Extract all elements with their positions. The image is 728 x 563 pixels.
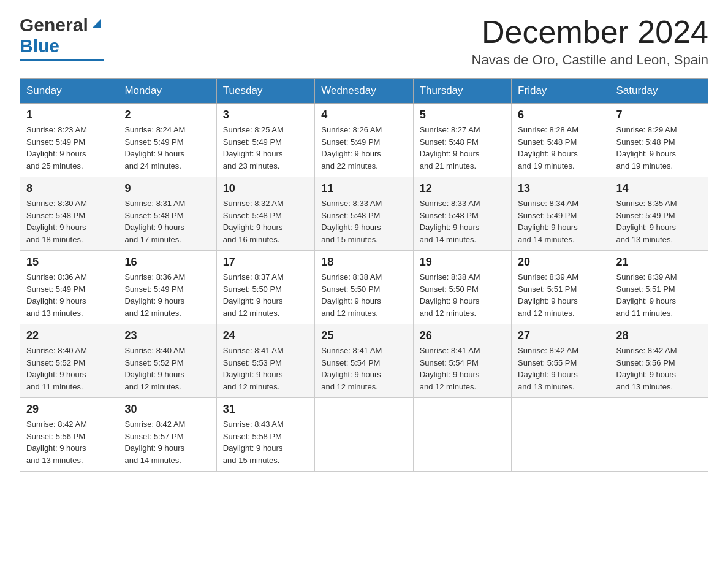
logo-general-text: General <box>20 15 88 36</box>
day-number: 1 <box>26 109 112 121</box>
day-info: Sunrise: 8:41 AM Sunset: 5:53 PM Dayligh… <box>223 345 308 393</box>
logo-triangle-icon <box>90 17 104 33</box>
day-info: Sunrise: 8:23 AM Sunset: 5:49 PM Dayligh… <box>26 124 112 172</box>
calendar-week-row: 29 Sunrise: 8:42 AM Sunset: 5:56 PM Dayl… <box>20 398 708 472</box>
day-info: Sunrise: 8:30 AM Sunset: 5:48 PM Dayligh… <box>26 197 112 245</box>
table-row: 16 Sunrise: 8:36 AM Sunset: 5:49 PM Dayl… <box>118 251 216 324</box>
day-info: Sunrise: 8:33 AM Sunset: 5:48 PM Dayligh… <box>420 197 505 245</box>
day-number: 5 <box>420 109 505 121</box>
table-row: 31 Sunrise: 8:43 AM Sunset: 5:58 PM Dayl… <box>216 398 314 472</box>
page-header: General Blue December 2024 Navas de Oro,… <box>20 15 708 68</box>
table-row: 20 Sunrise: 8:39 AM Sunset: 5:51 PM Dayl… <box>512 251 610 324</box>
table-row: 6 Sunrise: 8:28 AM Sunset: 5:48 PM Dayli… <box>512 104 610 177</box>
table-row: 26 Sunrise: 8:41 AM Sunset: 5:54 PM Dayl… <box>413 324 511 398</box>
day-number: 9 <box>124 182 210 195</box>
day-info: Sunrise: 8:25 AM Sunset: 5:49 PM Dayligh… <box>223 124 308 172</box>
day-number: 28 <box>616 329 702 342</box>
header-friday: Friday <box>512 79 610 104</box>
day-info: Sunrise: 8:24 AM Sunset: 5:49 PM Dayligh… <box>124 124 210 172</box>
day-number: 25 <box>321 329 406 342</box>
month-title: December 2024 <box>472 15 708 50</box>
day-number: 26 <box>420 329 505 342</box>
day-info: Sunrise: 8:39 AM Sunset: 5:51 PM Dayligh… <box>616 271 702 319</box>
table-row: 5 Sunrise: 8:27 AM Sunset: 5:48 PM Dayli… <box>413 104 511 177</box>
table-row: 9 Sunrise: 8:31 AM Sunset: 5:48 PM Dayli… <box>118 177 216 251</box>
table-row: 30 Sunrise: 8:42 AM Sunset: 5:57 PM Dayl… <box>118 398 216 472</box>
header-wednesday: Wednesday <box>315 79 413 104</box>
day-info: Sunrise: 8:34 AM Sunset: 5:49 PM Dayligh… <box>518 197 603 245</box>
logo: General Blue <box>20 15 104 61</box>
day-info: Sunrise: 8:35 AM Sunset: 5:49 PM Dayligh… <box>616 197 702 245</box>
table-row <box>315 398 413 472</box>
day-info: Sunrise: 8:37 AM Sunset: 5:50 PM Dayligh… <box>223 271 308 319</box>
day-number: 2 <box>124 109 210 121</box>
calendar-week-row: 15 Sunrise: 8:36 AM Sunset: 5:49 PM Dayl… <box>20 251 708 324</box>
table-row: 13 Sunrise: 8:34 AM Sunset: 5:49 PM Dayl… <box>512 177 610 251</box>
table-row: 17 Sunrise: 8:37 AM Sunset: 5:50 PM Dayl… <box>216 251 314 324</box>
table-row: 4 Sunrise: 8:26 AM Sunset: 5:49 PM Dayli… <box>315 104 413 177</box>
table-row: 29 Sunrise: 8:42 AM Sunset: 5:56 PM Dayl… <box>20 398 118 472</box>
location-title: Navas de Oro, Castille and Leon, Spain <box>472 52 708 68</box>
table-row: 21 Sunrise: 8:39 AM Sunset: 5:51 PM Dayl… <box>610 251 708 324</box>
header-sunday: Sunday <box>20 79 118 104</box>
title-block: December 2024 Navas de Oro, Castille and… <box>472 15 708 68</box>
calendar-week-row: 8 Sunrise: 8:30 AM Sunset: 5:48 PM Dayli… <box>20 177 708 251</box>
day-info: Sunrise: 8:28 AM Sunset: 5:48 PM Dayligh… <box>518 124 603 172</box>
day-number: 4 <box>321 109 406 121</box>
day-info: Sunrise: 8:32 AM Sunset: 5:48 PM Dayligh… <box>223 197 308 245</box>
day-info: Sunrise: 8:27 AM Sunset: 5:48 PM Dayligh… <box>420 124 505 172</box>
day-number: 20 <box>518 256 603 269</box>
day-number: 19 <box>420 256 505 269</box>
day-info: Sunrise: 8:42 AM Sunset: 5:55 PM Dayligh… <box>518 345 603 393</box>
day-number: 11 <box>321 182 406 195</box>
table-row <box>610 398 708 472</box>
day-number: 29 <box>26 403 112 416</box>
day-number: 3 <box>223 109 308 121</box>
day-number: 18 <box>321 256 406 269</box>
day-number: 31 <box>223 403 308 416</box>
day-info: Sunrise: 8:43 AM Sunset: 5:58 PM Dayligh… <box>223 418 308 466</box>
table-row: 15 Sunrise: 8:36 AM Sunset: 5:49 PM Dayl… <box>20 251 118 324</box>
day-number: 27 <box>518 329 603 342</box>
table-row: 24 Sunrise: 8:41 AM Sunset: 5:53 PM Dayl… <box>216 324 314 398</box>
svg-marker-0 <box>93 19 101 28</box>
day-number: 13 <box>518 182 603 195</box>
table-row: 8 Sunrise: 8:30 AM Sunset: 5:48 PM Dayli… <box>20 177 118 251</box>
calendar-table: Sunday Monday Tuesday Wednesday Thursday… <box>20 78 708 472</box>
table-row <box>413 398 511 472</box>
day-number: 23 <box>124 329 210 342</box>
table-row: 23 Sunrise: 8:40 AM Sunset: 5:52 PM Dayl… <box>118 324 216 398</box>
day-number: 8 <box>26 182 112 195</box>
day-number: 24 <box>223 329 308 342</box>
table-row: 27 Sunrise: 8:42 AM Sunset: 5:55 PM Dayl… <box>512 324 610 398</box>
calendar-week-row: 1 Sunrise: 8:23 AM Sunset: 5:49 PM Dayli… <box>20 104 708 177</box>
table-row: 12 Sunrise: 8:33 AM Sunset: 5:48 PM Dayl… <box>413 177 511 251</box>
day-number: 16 <box>124 256 210 269</box>
table-row: 19 Sunrise: 8:38 AM Sunset: 5:50 PM Dayl… <box>413 251 511 324</box>
day-info: Sunrise: 8:31 AM Sunset: 5:48 PM Dayligh… <box>124 197 210 245</box>
header-monday: Monday <box>118 79 216 104</box>
day-number: 6 <box>518 109 603 121</box>
header-tuesday: Tuesday <box>216 79 314 104</box>
day-info: Sunrise: 8:40 AM Sunset: 5:52 PM Dayligh… <box>124 345 210 393</box>
day-number: 14 <box>616 182 702 195</box>
logo-blue-text: Blue <box>20 36 59 56</box>
day-info: Sunrise: 8:39 AM Sunset: 5:51 PM Dayligh… <box>518 271 603 319</box>
day-info: Sunrise: 8:42 AM Sunset: 5:56 PM Dayligh… <box>616 345 702 393</box>
table-row <box>512 398 610 472</box>
day-number: 22 <box>26 329 112 342</box>
day-info: Sunrise: 8:42 AM Sunset: 5:56 PM Dayligh… <box>26 418 112 466</box>
table-row: 10 Sunrise: 8:32 AM Sunset: 5:48 PM Dayl… <box>216 177 314 251</box>
table-row: 28 Sunrise: 8:42 AM Sunset: 5:56 PM Dayl… <box>610 324 708 398</box>
day-info: Sunrise: 8:42 AM Sunset: 5:57 PM Dayligh… <box>124 418 210 466</box>
day-info: Sunrise: 8:38 AM Sunset: 5:50 PM Dayligh… <box>321 271 406 319</box>
weekday-header-row: Sunday Monday Tuesday Wednesday Thursday… <box>20 79 708 104</box>
table-row: 25 Sunrise: 8:41 AM Sunset: 5:54 PM Dayl… <box>315 324 413 398</box>
table-row: 11 Sunrise: 8:33 AM Sunset: 5:48 PM Dayl… <box>315 177 413 251</box>
table-row: 22 Sunrise: 8:40 AM Sunset: 5:52 PM Dayl… <box>20 324 118 398</box>
day-info: Sunrise: 8:33 AM Sunset: 5:48 PM Dayligh… <box>321 197 406 245</box>
day-info: Sunrise: 8:40 AM Sunset: 5:52 PM Dayligh… <box>26 345 112 393</box>
header-saturday: Saturday <box>610 79 708 104</box>
day-info: Sunrise: 8:29 AM Sunset: 5:48 PM Dayligh… <box>616 124 702 172</box>
table-row: 3 Sunrise: 8:25 AM Sunset: 5:49 PM Dayli… <box>216 104 314 177</box>
